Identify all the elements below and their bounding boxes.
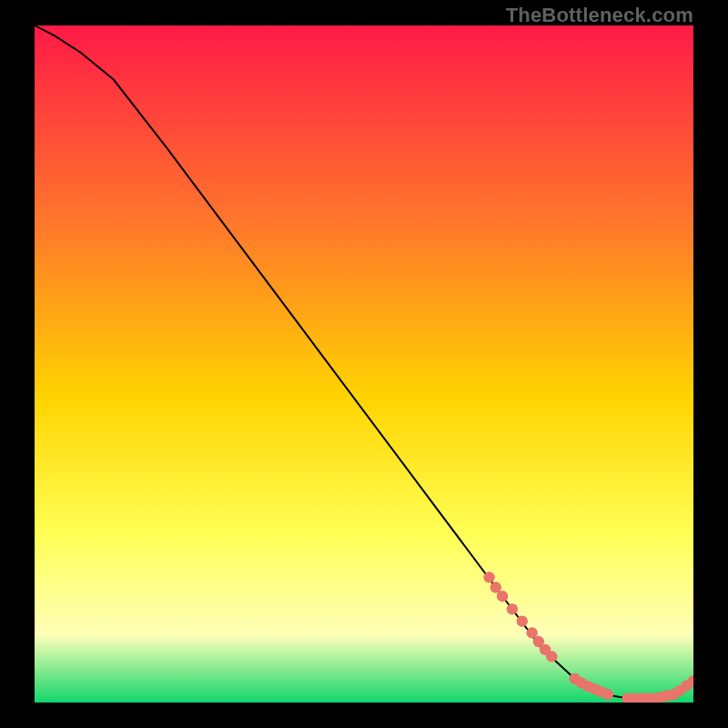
data-point xyxy=(546,651,557,662)
gradient-background xyxy=(35,25,693,703)
data-point xyxy=(517,616,528,627)
chart-svg xyxy=(35,25,693,703)
watermark-text: TheBottleneck.com xyxy=(506,4,693,27)
data-point xyxy=(497,591,508,602)
data-point xyxy=(507,603,518,614)
data-point xyxy=(483,571,494,582)
plot-area xyxy=(35,25,693,703)
chart-stage: TheBottleneck.com xyxy=(0,0,728,728)
data-point xyxy=(602,689,613,700)
